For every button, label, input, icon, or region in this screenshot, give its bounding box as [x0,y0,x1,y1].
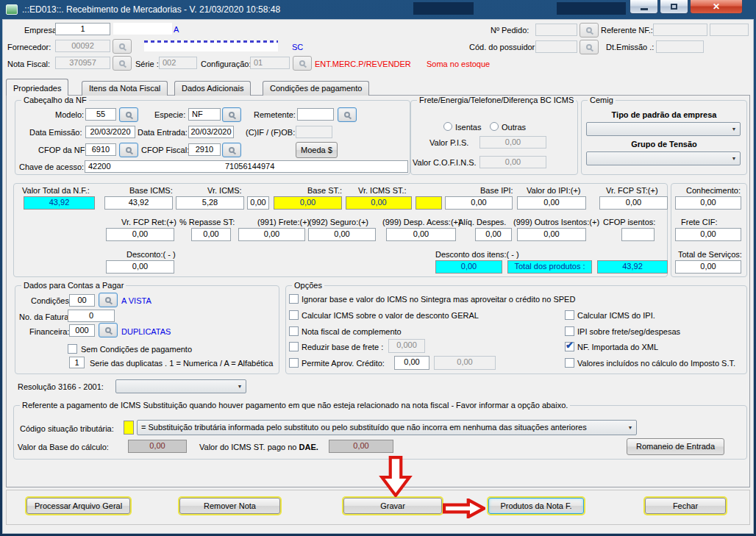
chevron-down-icon[interactable]: ▼ [234,380,246,393]
vr-icms-field[interactable]: 5,28 [176,196,244,210]
pis-field[interactable]: 0,00 [479,136,546,149]
aprov-credito-field-2[interactable]: 0,00 [434,356,496,370]
tab-itens-da-nota-fiscal[interactable]: Itens da Nota Fiscal [82,81,168,96]
cofins-field[interactable]: 0,00 [479,156,546,168]
aprov-credito-field-1[interactable]: 0,00 [394,356,429,370]
nota-search-button[interactable] [113,56,132,71]
modelo-field[interactable]: 55 [85,108,116,121]
cfop-nf-field[interactable]: 6910 [85,143,116,156]
vr-icms-st-extra-field[interactable] [416,196,442,210]
checkbox-reduzir-base-frete[interactable] [289,342,299,351]
remetente-search-button[interactable] [338,107,357,122]
base-calculo-field[interactable]: 0,00 [128,440,187,453]
checkbox-nota-complemento[interactable] [289,326,299,336]
checkbox-permite-aprov-credito[interactable] [289,358,299,368]
checkbox-ignorar-icms-sintegra[interactable] [289,294,299,304]
radio-outras[interactable] [490,122,499,131]
total-produtos-field[interactable]: 43,92 [597,260,668,274]
chevron-down-icon[interactable]: ▼ [728,152,740,165]
checkbox-ipi-sobre-frete[interactable] [565,326,574,336]
checkbox-sem-condicoes[interactable] [68,344,77,354]
frete-cif-field[interactable]: 0,00 [675,228,741,241]
condicoes-search-button[interactable] [99,293,118,307]
cif-fob-field[interactable] [296,126,332,138]
financeira-field[interactable]: 000 [69,324,95,337]
fechar-button[interactable]: Fechar [645,498,726,514]
tab-dados-adicionais[interactable]: Dados Adicionais [174,81,251,96]
repasse-field[interactable]: 0,00 [191,228,231,241]
serie-field[interactable]: 002 [159,57,197,69]
outros-isentos-field[interactable]: 0,00 [517,228,586,241]
gravar-button[interactable]: Gravar [343,498,442,514]
produtos-da-nota-button[interactable]: Produtos da Nota F. [488,498,584,514]
referente-nf-field-1[interactable] [653,24,707,36]
base-ipi-field[interactable]: 0,00 [445,196,513,210]
romaneio-entrada-button[interactable]: Romaneio de Entrada [627,438,724,455]
close-button[interactable]: ✕ [690,0,743,14]
vr-icms-extra-field[interactable]: 0,00 [247,196,269,210]
minimize-button[interactable] [630,0,658,14]
base-st-field[interactable]: 0,00 [274,196,342,210]
financeira-search-button[interactable] [99,323,118,337]
maximize-button[interactable] [660,0,688,14]
radio-isentas[interactable] [443,122,452,131]
grupo-tensao-combobox[interactable]: ▼ [586,151,741,165]
frete-991-field[interactable]: 0,00 [238,228,305,241]
vr-fcp-ret-field[interactable]: 0,00 [106,228,174,241]
remetente-field[interactable] [297,108,334,121]
aliq-despes-field[interactable]: 0,00 [475,228,512,241]
possuidor-search-button[interactable] [580,40,599,54]
fatura-field[interactable]: 0 [68,310,115,322]
especie-field[interactable]: NF [188,108,221,121]
base-icms-field[interactable]: 43,92 [104,196,173,210]
data-entrada-field[interactable]: 20/03/2020 [188,126,234,138]
modelo-search-button[interactable] [119,107,138,122]
tipo-padrao-combobox[interactable]: ▼ [586,122,741,136]
empresa-field[interactable]: 1 [55,23,110,35]
serie-duplicatas-field[interactable]: 1 [69,357,85,368]
condicoes-field[interactable]: 00 [69,294,95,307]
referente-nf-field-2[interactable] [710,24,749,36]
especie-search-button[interactable] [222,107,241,122]
seguro-992-field[interactable]: 0,00 [308,228,376,241]
vr-icms-st-field[interactable]: 0,00 [346,196,412,210]
title-bar[interactable]: .::ED013::. Recebimento de Mercadorias -… [0,0,756,19]
cfop-fiscal-field[interactable]: 2910 [188,143,221,156]
cfop-fiscal-search-button[interactable] [222,143,241,157]
fornecedor-field[interactable]: 00092 [55,40,110,52]
cfop-nf-search-button[interactable] [119,143,138,157]
desconto-field[interactable]: 0,00 [106,260,174,274]
cfop-isentos-field[interactable] [621,228,655,241]
configuracao-search-button[interactable] [293,56,312,71]
icms-st-dae-field[interactable]: 0,00 [329,440,393,453]
configuracao-field[interactable]: 01 [250,57,290,69]
reduzir-base-frete-field[interactable]: 0,000 [388,339,425,353]
tab-condicoes-de-pagamento[interactable]: Condições de pagamento [263,81,369,96]
fornecedor-search-button[interactable] [113,39,132,54]
conhecimento-field[interactable]: 0,00 [675,196,741,210]
chave-acesso-field[interactable]: 42200 71056144974 [85,160,408,173]
total-servicos-field[interactable]: 0,00 [675,260,741,274]
nota-fiscal-field[interactable]: 370957 [55,57,110,69]
possuidor-field[interactable] [535,40,577,53]
checkbox-valores-imposto-st[interactable] [565,358,574,368]
cst-combobox[interactable]: = Substituição tributária informada pelo… [137,420,637,435]
moeda-button[interactable]: Moeda $ [296,142,338,158]
data-emissao-field[interactable]: 20/03/2020 [85,126,135,138]
remover-nota-button[interactable]: Remover Nota [179,498,280,514]
chevron-down-icon[interactable]: ▼ [728,123,740,135]
processar-arquivo-geral-button[interactable]: Processar Arquivo Geral [26,498,130,514]
checkbox-icms-desconto-geral[interactable] [289,310,299,320]
valor-total-field[interactable]: 43,92 [24,196,95,210]
desp-acess-field[interactable]: 0,00 [386,228,456,241]
vr-fcp-st-field[interactable]: 0,00 [599,196,668,210]
dtemissao-field[interactable] [656,40,704,53]
chevron-down-icon[interactable]: ▼ [624,421,636,435]
cst-code-field[interactable] [124,421,134,435]
desconto-itens-field[interactable]: 0,00 [435,260,502,274]
resolucao-combobox[interactable]: ▼ [115,379,246,393]
pedido-search-button[interactable] [580,23,599,37]
tab-propriedades[interactable]: Propriedades [6,79,68,96]
pedido-field[interactable] [535,24,577,36]
valor-ipi-field[interactable]: 0,00 [517,196,586,210]
